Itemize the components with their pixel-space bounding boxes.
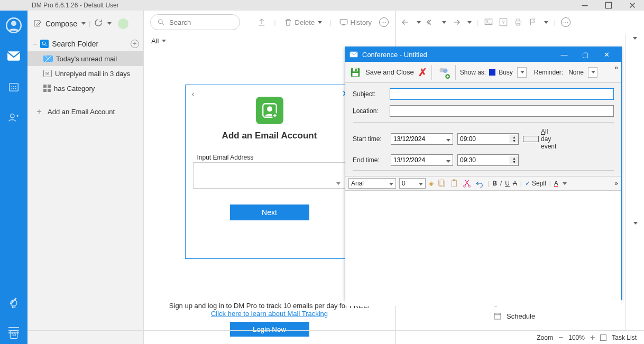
sidebar-item-today-unread[interactable]: Today's unread mail (27, 51, 143, 66)
reminder-label: Reminder: (534, 69, 563, 76)
more-button[interactable]: ⋯ (379, 17, 389, 27)
conference-title-text: Conference - Untitled (362, 51, 427, 59)
end-time-label: End time: (353, 156, 387, 164)
conf-minimize[interactable]: — (554, 51, 575, 59)
conference-titlebar[interactable]: Conference - Untitled — ▢ ✕ (345, 47, 621, 62)
right-more-button[interactable]: ⋯ (561, 17, 571, 27)
flag-icon[interactable] (528, 17, 538, 27)
mail-tracking-link[interactable]: Click here to learn about Mail Tracking (211, 310, 328, 318)
picture-icon[interactable] (484, 17, 493, 27)
tag-icon[interactable]: ◈ (429, 180, 434, 187)
nav-strip: 30 (0, 11, 27, 344)
show-as-dropdown[interactable] (517, 67, 527, 78)
undo-icon[interactable] (475, 179, 484, 188)
location-input[interactable] (390, 105, 614, 117)
calendar-nav-icon[interactable] (0, 77, 27, 96)
font-color-button[interactable]: A (554, 180, 558, 187)
reply-icon[interactable] (401, 17, 410, 27)
sidebar-item-label: Today's unread mail (56, 55, 117, 63)
search-folder-label: Search Folder (52, 40, 98, 48)
forward-icon[interactable] (452, 17, 461, 27)
help-icon[interactable]: ? (499, 17, 508, 27)
tasklist-checkbox[interactable] (600, 334, 606, 341)
add-account-link[interactable]: ＋ Add an Email Account (27, 99, 143, 117)
end-time-input[interactable]: ▲▼ (457, 154, 519, 166)
subject-input[interactable] (390, 88, 614, 100)
sidebar-item-unreplied[interactable]: ✉ Unreplyed mail in 3 days (27, 66, 143, 81)
collapse-handle[interactable]: − (33, 40, 37, 48)
svg-rect-35 (494, 313, 501, 319)
filter-caret[interactable] (162, 40, 166, 42)
reply-all-icon[interactable] (426, 17, 436, 27)
mail-nav-icon[interactable] (0, 47, 27, 66)
add-search-folder-button[interactable]: + (131, 40, 139, 48)
window-maximize[interactable] (596, 0, 620, 11)
compose-button[interactable]: Compose (33, 19, 86, 29)
save-icon (349, 67, 361, 78)
all-day-checkbox[interactable]: All day event (523, 128, 557, 150)
editor-body[interactable] (345, 191, 621, 306)
upload-button[interactable] (257, 17, 266, 27)
spell-button[interactable]: ✓Sepll (525, 180, 546, 187)
bold-button[interactable]: B (492, 180, 497, 187)
strike-button[interactable]: A (513, 180, 517, 187)
start-time-input[interactable]: ▲▼ (457, 133, 519, 145)
history-button[interactable]: History (339, 17, 372, 27)
zoom-out-button[interactable]: − (558, 333, 563, 342)
font-size-combo[interactable]: 0 (399, 178, 426, 189)
menu-icon[interactable] (0, 321, 27, 340)
print-icon[interactable] (513, 17, 523, 27)
refresh-dropdown-caret[interactable] (107, 22, 112, 25)
email-input[interactable] (193, 162, 346, 189)
paste-icon[interactable] (449, 179, 459, 188)
copy-icon[interactable] (437, 179, 446, 188)
end-time-field[interactable] (458, 156, 500, 164)
end-date-input[interactable] (391, 154, 453, 166)
svg-point-22 (159, 20, 163, 24)
search-folder-node[interactable]: − Search Folder + (27, 36, 143, 51)
start-date-input[interactable] (391, 133, 453, 145)
start-time-field[interactable] (458, 135, 500, 143)
invite-attendees-icon[interactable] (436, 66, 451, 79)
email-input-caret[interactable] (336, 182, 341, 185)
refresh-button[interactable] (94, 18, 103, 29)
end-date-field[interactable] (391, 156, 434, 164)
search-box[interactable] (150, 14, 240, 30)
right-schedule-item[interactable]: Schedule (493, 309, 644, 323)
svg-point-25 (267, 106, 272, 111)
right-dock-caret[interactable] (633, 222, 638, 225)
zoom-in-button[interactable]: + (590, 333, 595, 342)
font-size-value: 0 (402, 180, 406, 187)
start-date-field[interactable] (391, 135, 434, 143)
conference-toolbar: Save and Close ✗ Show as: Busy Reminder:… (345, 62, 621, 83)
right-dock-toggle[interactable] (633, 37, 637, 40)
add-account-label: Add an Email Account (48, 108, 115, 116)
svg-rect-17 (8, 327, 19, 328)
reminder-dropdown[interactable] (588, 67, 597, 78)
svg-rect-32 (517, 19, 520, 21)
contacts-nav-icon[interactable] (0, 108, 27, 127)
delete-event-button[interactable]: ✗ (418, 66, 427, 79)
search-input[interactable] (169, 18, 233, 26)
dialog-back-button[interactable]: ‹ (192, 89, 195, 99)
conf-maximize[interactable]: ▢ (575, 51, 596, 59)
next-button[interactable]: Next (230, 204, 309, 220)
window-close[interactable] (620, 0, 644, 11)
profile-icon[interactable] (0, 16, 27, 35)
conf-close[interactable]: ✕ (596, 51, 617, 59)
cut-icon[interactable] (462, 179, 472, 188)
filter-all[interactable]: All (144, 34, 395, 48)
editor-overflow[interactable]: » (614, 180, 618, 187)
italic-button[interactable]: I (500, 180, 502, 187)
settings-icon[interactable] (0, 291, 27, 310)
font-name-combo[interactable]: Arial (348, 178, 396, 189)
delete-caret[interactable] (318, 21, 322, 24)
window-minimize[interactable] (573, 0, 596, 11)
underline-button[interactable]: U (505, 180, 510, 187)
sidebar-item-has-category[interactable]: has Category (27, 81, 143, 96)
delete-button[interactable]: Delete (283, 17, 323, 27)
svg-rect-4 (7, 51, 20, 60)
toolbar-overflow[interactable]: » (614, 64, 618, 71)
save-close-button[interactable]: Save and Close (365, 68, 414, 76)
compose-dropdown-caret[interactable] (81, 22, 86, 25)
